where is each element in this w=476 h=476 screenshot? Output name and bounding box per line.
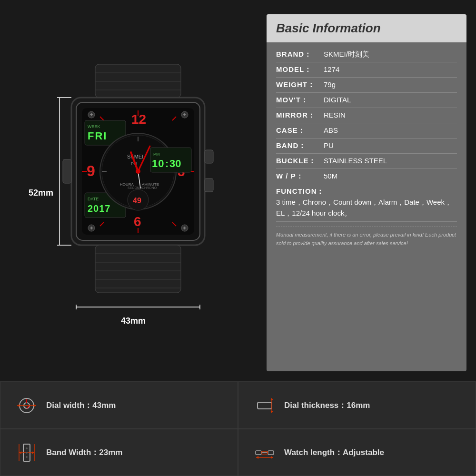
info-panel: Basic Information BRAND： SKMEI/时刻美 MODEL… [267, 14, 466, 371]
specs-grid: Dial width：43mm Dial thickness：16mm [0, 381, 476, 476]
dial-thickness-label: Dial thickness： [284, 401, 347, 410]
case-value: ABS [324, 126, 457, 134]
svg-text:FRI: FRI [88, 130, 107, 142]
wp-value: 50M [324, 172, 457, 180]
brand-row: BRAND： SKMEI/时刻美 [276, 47, 457, 62]
svg-text:12: 12 [131, 112, 146, 127]
svg-rect-82 [258, 402, 272, 409]
function-value: 3 time，Chrono，Count down，Alarm，Date，Week… [276, 197, 457, 218]
case-label: CASE： [276, 126, 324, 135]
mirror-label: MIRROR： [276, 111, 324, 120]
dial-width-cell: Dial width：43mm [0, 382, 238, 429]
band-value: PU [324, 141, 457, 149]
watch-length-cell: Watch length：Adjustable [238, 429, 476, 476]
band-width-value: 23mm [99, 448, 122, 457]
band-width-label: Band Width： [46, 448, 99, 457]
main-container: 52mm [0, 0, 476, 476]
watch-length-text: Watch length：Adjustable [284, 447, 384, 458]
model-value: 1274 [324, 65, 457, 73]
movt-value: DIGITAL [324, 96, 457, 104]
case-row: CASE： ABS [276, 123, 457, 139]
watch-length-label: Watch length： [284, 448, 343, 457]
info-body: BRAND： SKMEI/时刻美 MODEL： 1274 WEIGHT： 79g… [267, 42, 466, 371]
dial-width-value: 43mm [92, 401, 116, 410]
weight-row: WEIGHT： 79g [276, 78, 457, 93]
svg-text:6: 6 [134, 214, 141, 229]
band-row: BAND： PU [276, 139, 457, 154]
buckle-value: STAINLESS STEEL [324, 157, 457, 165]
svg-marker-100 [256, 456, 258, 459]
band-width-icon [15, 442, 39, 464]
svg-text:PM: PM [153, 152, 160, 157]
svg-marker-80 [17, 404, 20, 407]
dial-thickness-cell: Dial thickness：16mm [238, 382, 476, 429]
band-width-cell: Band Width：23mm [0, 429, 238, 476]
dial-thickness-icon [253, 395, 277, 416]
dial-thickness-value: 16mm [347, 401, 370, 410]
dial-thickness-text: Dial thickness：16mm [284, 400, 370, 411]
watch-area: 52mm [33, 55, 233, 331]
svg-marker-101 [271, 456, 273, 459]
svg-rect-60 [205, 150, 213, 163]
function-row: FUNCTION： 3 time，Chrono，Count down，Alarm… [276, 184, 457, 222]
weight-value: 79g [324, 80, 457, 89]
wp-row: W / P： 50M [276, 169, 457, 184]
svg-text:CHRONO: CHRONO [142, 186, 157, 189]
svg-rect-62 [63, 159, 71, 183]
watch-image: 12 9 6 3 [48, 64, 228, 321]
mirror-row: MIRROR： RESIN [276, 108, 457, 123]
info-title: Basic Information [276, 21, 457, 36]
wp-label: W / P： [276, 172, 324, 181]
svg-marker-81 [34, 404, 36, 407]
svg-text:2017: 2017 [88, 203, 111, 214]
movt-row: MOV'T： DIGITAL [276, 93, 457, 108]
brand-value: SKMEI/时刻美 [324, 50, 457, 59]
watch-panel: 52mm [10, 14, 257, 371]
buckle-row: BUCKLE： STAINLESS STEEL [276, 154, 457, 169]
svg-text:49: 49 [133, 197, 141, 205]
dial-width-text: Dial width：43mm [46, 400, 116, 411]
info-header: Basic Information [267, 14, 466, 42]
function-label: FUNCTION： [276, 187, 325, 195]
svg-text:SECOND: SECOND [128, 186, 142, 189]
weight-label: WEIGHT： [276, 80, 324, 89]
info-note: Manual measurement, if there is an error… [276, 227, 457, 248]
svg-rect-61 [205, 178, 213, 192]
watch-length-value: Adjustable [343, 448, 384, 457]
brand-label: BRAND： [276, 50, 324, 59]
svg-rect-63 [95, 245, 181, 293]
watch-length-icon [253, 442, 277, 464]
buckle-label: BUCKLE： [276, 157, 324, 166]
top-section: 52mm [0, 0, 476, 381]
svg-text:10: 10 [152, 158, 164, 169]
model-row: MODEL： 1274 [276, 62, 457, 78]
svg-point-94 [26, 456, 28, 458]
svg-rect-95 [256, 451, 261, 455]
svg-text:WEEK: WEEK [88, 124, 100, 129]
svg-point-50 [136, 169, 140, 174]
dial-width-icon [15, 395, 39, 416]
svg-point-93 [26, 452, 28, 454]
band-label: BAND： [276, 141, 324, 150]
svg-text:30: 30 [169, 158, 181, 169]
model-label: MODEL： [276, 65, 324, 74]
svg-text:DATE: DATE [88, 197, 99, 201]
svg-text:9: 9 [87, 162, 95, 179]
mirror-value: RESIN [324, 111, 457, 119]
svg-marker-85 [270, 411, 273, 413]
band-width-text: Band Width：23mm [46, 447, 122, 458]
svg-rect-0 [95, 64, 181, 98]
svg-text:SKMEI: SKMEI [127, 154, 143, 159]
svg-text::: : [165, 158, 169, 169]
width-dimension: 43mm [121, 316, 146, 326]
svg-point-92 [26, 447, 28, 449]
svg-rect-96 [268, 451, 274, 455]
dial-width-label: Dial width： [46, 401, 92, 410]
svg-marker-84 [270, 398, 273, 400]
movt-label: MOV'T： [276, 96, 324, 105]
